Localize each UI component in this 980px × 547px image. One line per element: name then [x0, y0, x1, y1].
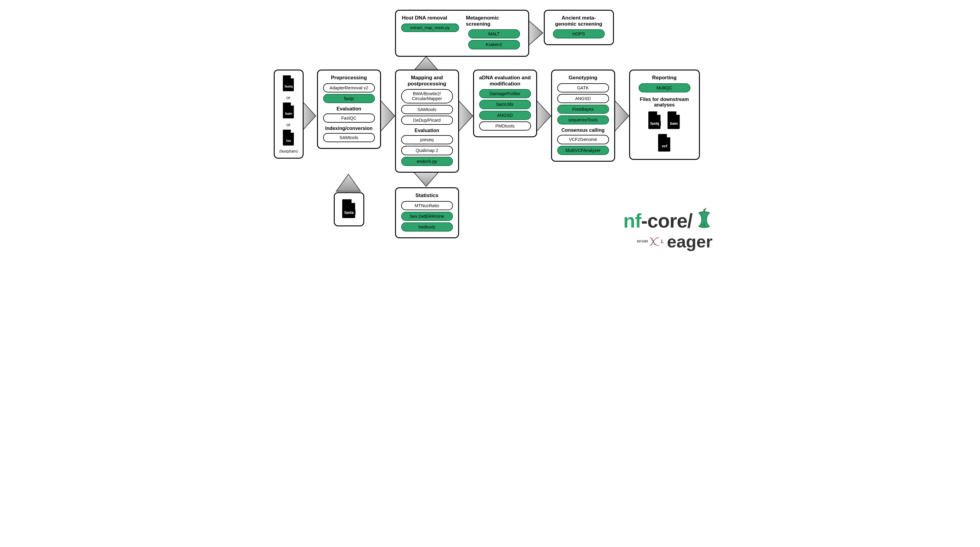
svg-text:fastq: fastq — [651, 121, 659, 126]
svg-point-26 — [703, 223, 705, 224]
tool-sequencetools: sequenceTools — [557, 115, 609, 124]
tool-sexdeterrmine: Sex.DetERRmine — [401, 212, 453, 221]
host-dna-removal-title: Host DNA removal — [399, 15, 461, 21]
tool-angsd-geno: ANGSD — [557, 94, 609, 103]
svg-marker-2 — [459, 100, 473, 131]
tool-angsd-adna: ANGSD — [479, 111, 531, 120]
tool-samtools-map: SAMtools — [401, 105, 453, 114]
svg-marker-8 — [529, 21, 543, 45]
tool-samtools-index: SAMtools — [323, 133, 375, 142]
output-file-icon-bam: bam — [666, 111, 682, 130]
genotyping-panel: Genotyping GATK ANGSD FreeBayes sequence… — [551, 70, 615, 162]
tool-hops: HOPS — [553, 29, 605, 38]
tool-fastqc: FastQC — [323, 113, 375, 123]
svg-marker-5 — [336, 174, 361, 191]
or-label-1: or — [277, 95, 300, 100]
statistics-panel: Statistics MTNucRatio Sex.DetERRmine bed… — [395, 187, 459, 238]
reporting-title: Reporting — [634, 75, 695, 81]
dna-letter: L — [661, 239, 664, 244]
tool-gatk: GATK — [557, 83, 609, 92]
tool-adapterremoval: AdapterRemoval v2 — [323, 83, 375, 92]
tool-fastp: fastp — [323, 94, 375, 103]
host-metagenomic-panel: Host DNA removal extract_map_reads.py Me… — [395, 10, 529, 57]
svg-point-24 — [702, 225, 703, 225]
tool-bamutils: bamUtils — [479, 100, 531, 109]
adna-title: aDNA evaluation and modification — [478, 75, 533, 87]
tool-multiqc: MultiQC — [639, 83, 690, 92]
svg-marker-1 — [381, 100, 395, 131]
logo-eager: eager — [667, 231, 713, 251]
tool-preseq: preseq — [401, 135, 453, 144]
adna-panel: aDNA evaluation and modification DamageP… — [473, 70, 537, 137]
mapping-evaluation-title: Evaluation — [399, 128, 455, 133]
tool-pmdtools: PMDtools — [479, 121, 531, 131]
preprocessing-panel: Preprocessing AdapterRemoval v2 fastp Ev… — [317, 70, 381, 149]
tool-bedtools: bedtools — [401, 222, 453, 231]
apple-core-icon — [695, 207, 713, 234]
tool-damageprofiler: DamageProfiler — [479, 89, 531, 98]
file-icon-tsv: tsv — [282, 129, 296, 146]
tool-kraken2: Kraken2 — [468, 40, 520, 49]
output-file-icon-vcf: vcf — [657, 133, 673, 152]
tool-vcf2genome: VCF2Genome — [557, 135, 609, 144]
svg-text:fasta: fasta — [344, 210, 353, 215]
svg-text:tsv: tsv — [286, 139, 291, 142]
svg-marker-3 — [537, 100, 551, 131]
mapping-title: Mapping and postprocessing — [399, 75, 455, 87]
tool-qualimap: Qualimap 2 — [401, 146, 453, 155]
tool-mtnucratio: MTNucRatio — [401, 201, 453, 210]
preprocessing-indexing-title: Indexing/conversion — [321, 126, 377, 131]
tool-extract-map-reads: extract_map_reads.py — [401, 24, 459, 32]
svg-marker-0 — [302, 100, 316, 131]
or-label-2: or — [277, 122, 300, 127]
tool-bwa-bowtie-circ: BWA/Bowtie2/ CircularMapper — [401, 89, 453, 103]
genotyping-title: Genotyping — [556, 75, 611, 81]
svg-text:bam: bam — [285, 112, 292, 115]
tool-malt: MALT — [468, 29, 520, 38]
dna-text: MFXMR — [637, 240, 648, 243]
file-icon-fastq: fastq — [282, 75, 296, 92]
input-formats-panel: fastq or bam or tsv (fastq/bam) — [274, 70, 304, 159]
svg-text:vcf: vcf — [662, 144, 668, 148]
preprocessing-title: Preprocessing — [321, 75, 377, 81]
reference-fasta-panel: fasta — [334, 192, 364, 226]
file-icon-fasta: fasta — [340, 199, 358, 219]
mapping-panel: Mapping and postprocessing BWA/Bowtie2/ … — [395, 70, 459, 173]
logo-core-slash: -core/ — [641, 210, 692, 232]
output-file-icon-fastq: fastq — [647, 111, 663, 130]
svg-text:bam: bam — [670, 121, 678, 126]
dna-icon: MFXMR L — [637, 237, 664, 246]
svg-marker-7 — [414, 172, 438, 187]
ancient-metagenomic-panel: Ancient meta- genomic screening HOPS — [544, 10, 614, 45]
logo-nf: nf — [624, 210, 641, 232]
reporting-panel: Reporting MultiQC Files for downstream a… — [629, 70, 700, 160]
tool-freebayes: FreeBayes — [557, 105, 609, 114]
preprocessing-evaluation-title: Evaluation — [321, 106, 377, 112]
statistics-title: Statistics — [399, 193, 455, 199]
input-footnote: (fastq/bam) — [277, 149, 300, 153]
svg-text:fastq: fastq — [285, 85, 292, 88]
ancient-metagenomic-title: Ancient meta- genomic screening — [548, 15, 609, 27]
svg-rect-23 — [703, 209, 705, 212]
nf-core-eager-logo: nf-core/ MFXMR L eager — [566, 207, 713, 251]
tool-endors: endorS.py — [401, 157, 453, 166]
downstream-files-title: Files for downstream analyses — [634, 97, 695, 108]
consensus-calling-title: Consensus calling — [556, 128, 611, 133]
svg-marker-6 — [414, 56, 438, 70]
svg-point-25 — [704, 225, 705, 226]
file-icon-bam: bam — [282, 102, 296, 119]
metagenomic-screening-title: Metagenomic screening — [464, 15, 525, 27]
tool-multivcfanalyzer: MultiVCFAnalyzer — [557, 146, 609, 155]
tool-dedup-picard: DeDup/Picard — [401, 116, 453, 125]
svg-marker-4 — [615, 100, 629, 131]
